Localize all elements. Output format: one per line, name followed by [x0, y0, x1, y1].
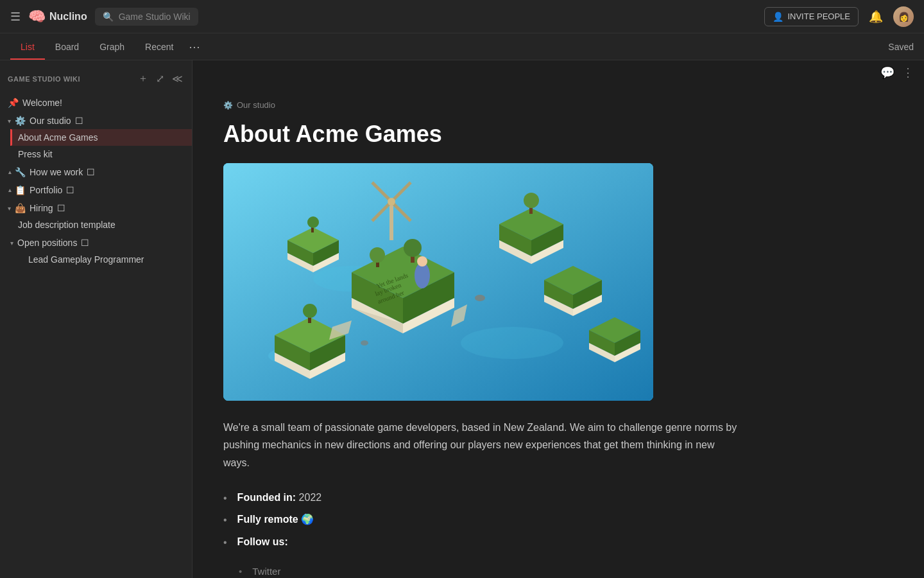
- saved-label: Saved: [888, 42, 914, 52]
- sidebar-item-about-acme[interactable]: About Acme Games: [10, 129, 192, 146]
- invite-label: INVITE PEOPLE: [787, 12, 850, 21]
- svg-point-60: [361, 340, 368, 346]
- collapse-sidebar-icon[interactable]: ≪: [171, 71, 184, 86]
- svg-point-58: [417, 256, 427, 267]
- invite-people-button[interactable]: 👤 INVITE PEOPLE: [764, 7, 859, 26]
- sidebar-group-hiring: ▾ 👜 Hiring ☐ Job description template ▾ …: [0, 200, 192, 268]
- breadcrumb-icon: ⚙️: [223, 101, 233, 110]
- checkbox-icon[interactable]: ☐: [81, 238, 89, 248]
- logo[interactable]: 🧠 Nuclino: [28, 8, 87, 25]
- sidebar-item-welcome[interactable]: 📌 Welcome!: [0, 94, 192, 111]
- invite-icon: 👤: [773, 12, 783, 22]
- page-title: About Acme Games: [223, 120, 739, 148]
- game-scene-svg: Yet the lands lay broken around her: [223, 163, 653, 401]
- tab-recent[interactable]: Recent: [135, 35, 184, 60]
- user-avatar[interactable]: 👩: [893, 6, 914, 27]
- bullet-list: Founded in: 2022 Fully remote 🌍 Follow u…: [223, 487, 739, 554]
- sidebar-item-press-kit-label: Press kit: [18, 149, 184, 159]
- sidebar-group-hiring-label: Hiring: [30, 203, 53, 213]
- tabs: List Board Graph Recent ⋯: [10, 35, 205, 59]
- tab-board[interactable]: Board: [45, 35, 89, 60]
- list-item-founded: Founded in: 2022: [223, 487, 739, 509]
- checkbox-icon[interactable]: ☐: [57, 203, 65, 213]
- comment-icon[interactable]: 💬: [880, 66, 894, 80]
- sidebar-group-open-positions-label: Open positions: [17, 238, 77, 248]
- how-we-work-icon: 🔧: [15, 167, 26, 177]
- hiring-icon: 👜: [15, 203, 26, 213]
- hiring-children: Job description template ▾ Open position…: [0, 216, 192, 268]
- body-text: We're a small team of passionate game de…: [223, 419, 739, 471]
- our-studio-icon: ⚙️: [15, 116, 26, 126]
- content-header: 💬 ⋮: [193, 60, 924, 85]
- sidebar-item-welcome-label: Welcome!: [22, 98, 184, 108]
- pin-icon: 📌: [8, 98, 19, 108]
- notifications-icon[interactable]: 🔔: [869, 10, 883, 24]
- search-bar[interactable]: 🔍 Game Studio Wiki: [95, 8, 198, 26]
- sidebar-header: GAME STUDIO WIKI ＋ ⤢ ≪: [0, 68, 192, 92]
- list-item-twitter: Twitter: [239, 564, 739, 578]
- sidebar-group-our-studio-label: Our studio: [30, 116, 71, 126]
- sidebar-group-how-we-work-label: How we work: [30, 167, 83, 177]
- sidebar-group-open-positions: ▾ Open positions ☐ Lead Gameplay Program…: [10, 234, 192, 268]
- list-item-follow: Follow us:: [223, 531, 739, 554]
- twitter-link[interactable]: Twitter: [252, 566, 280, 577]
- app-name: Nuclino: [49, 11, 87, 22]
- chevron-down-icon: ▾: [10, 240, 13, 247]
- sidebar-group-portfolio-header[interactable]: ▸ 📋 Portfolio ☐: [0, 182, 192, 198]
- workspace-label: GAME STUDIO WIKI: [8, 75, 80, 83]
- svg-point-3: [461, 327, 563, 359]
- chevron-right-icon: ▸: [6, 171, 13, 174]
- sidebar-group-our-studio: ▾ ⚙️ Our studio ☐ About Acme Games Press…: [0, 112, 192, 162]
- tab-more-icon[interactable]: ⋯: [184, 40, 205, 54]
- tab-bar: List Board Graph Recent ⋯ Saved: [0, 33, 924, 60]
- svg-point-49: [307, 216, 319, 228]
- content-area: 💬 ⋮ ⚙️ Our studio About Acme Games: [193, 60, 924, 578]
- sidebar-group-how-we-work-header[interactable]: ▸ 🔧 How we work ☐: [0, 164, 192, 180]
- remote-label: Fully remote: [237, 514, 298, 525]
- sidebar-group-our-studio-header[interactable]: ▾ ⚙️ Our studio ☐: [0, 112, 192, 129]
- search-icon: 🔍: [103, 12, 114, 22]
- svg-point-18: [404, 239, 422, 257]
- sidebar-group-hiring-header[interactable]: ▾ 👜 Hiring ☐: [0, 200, 192, 216]
- chevron-down-icon: ▾: [8, 205, 11, 212]
- portfolio-icon: 📋: [15, 185, 26, 195]
- svg-rect-11: [389, 202, 393, 240]
- checkbox-icon[interactable]: ☐: [87, 167, 95, 177]
- svg-point-20: [370, 247, 385, 263]
- breadcrumb[interactable]: ⚙️ Our studio: [223, 100, 739, 110]
- chevron-down-icon: ▾: [8, 118, 11, 125]
- social-links-list: Twitter Discord: [239, 564, 739, 578]
- breadcrumb-label: Our studio: [237, 100, 275, 110]
- hero-image: Yet the lands lay broken around her: [223, 163, 653, 401]
- top-nav: ☰ 🧠 Nuclino 🔍 Game Studio Wiki 👤 INVITE …: [0, 0, 924, 33]
- sidebar-group-how-we-work: ▸ 🔧 How we work ☐: [0, 164, 192, 180]
- svg-point-30: [524, 193, 539, 208]
- svg-point-59: [475, 295, 485, 301]
- sidebar-group-portfolio: ▸ 📋 Portfolio ☐: [0, 182, 192, 198]
- sidebar-item-lead-gameplay[interactable]: Lead Gameplay Programmer: [21, 251, 192, 268]
- checkbox-icon[interactable]: ☐: [75, 116, 83, 126]
- sidebar: GAME STUDIO WIKI ＋ ⤢ ≪ 📌 Welcome! ▾ ⚙️ O…: [0, 60, 193, 578]
- add-item-icon[interactable]: ＋: [137, 71, 150, 87]
- sidebar-item-job-template-label: Job description template: [18, 220, 184, 230]
- menu-icon[interactable]: ☰: [10, 10, 21, 24]
- sidebar-group-portfolio-label: Portfolio: [30, 185, 62, 195]
- tab-graph[interactable]: Graph: [89, 35, 135, 60]
- expand-icon[interactable]: ⤢: [155, 71, 166, 86]
- sidebar-item-press-kit[interactable]: Press kit: [10, 146, 192, 162]
- checkbox-icon[interactable]: ☐: [66, 185, 74, 195]
- chevron-right-icon: ▸: [6, 189, 13, 192]
- sidebar-header-actions: ＋ ⤢ ≪: [137, 71, 184, 87]
- follow-label: Follow us:: [237, 536, 288, 547]
- sidebar-item-job-template[interactable]: Job description template: [10, 216, 192, 233]
- sidebar-item-about-acme-label: About Acme Games: [18, 132, 184, 143]
- sidebar-group-open-positions-header[interactable]: ▾ Open positions ☐: [10, 234, 192, 251]
- our-studio-children: About Acme Games Press kit: [0, 129, 192, 162]
- search-input[interactable]: Game Studio Wiki: [119, 12, 191, 22]
- more-options-icon[interactable]: ⋮: [902, 66, 914, 80]
- founded-label: Founded in:: [237, 492, 296, 503]
- content-body: ⚙️ Our studio About Acme Games: [193, 85, 770, 578]
- tab-list[interactable]: List: [10, 35, 45, 60]
- list-item-remote: Fully remote 🌍: [223, 509, 739, 531]
- game-screenshot: Yet the lands lay broken around her: [223, 163, 653, 401]
